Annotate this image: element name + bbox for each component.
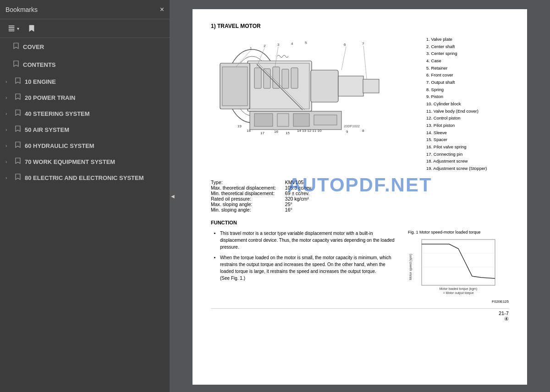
bookmark-view-button[interactable] [25,23,38,34]
part-17: 17. Connecting pin [426,151,509,158]
chart-title: Fig. 1 Motor speed-motor loaded torque [408,230,509,234]
function-bullet-2: When the torque loaded on the motor is s… [220,254,399,282]
bookmark-hydraulic[interactable]: › 60 HYDRAULIC SYSTEM [0,138,170,154]
part-11: 11. Valve body (End cover) [426,108,509,115]
section-title: 1) TRAVEL MOTOR [211,23,509,29]
svg-rect-17 [254,68,261,88]
part-16: 16. Pilot valve spring [426,143,509,151]
svg-text:3: 3 [277,43,280,47]
toolbar-row: ▾ [0,19,170,38]
svg-rect-22 [311,70,338,102]
svg-text:20DF1022: 20DF1022 [344,124,360,128]
page-content: AUTOPDF.NET 1) TRAVEL MOTOR 1 2 3 [192,9,527,385]
chevron-right-icon-7: › [6,175,12,180]
svg-rect-24 [363,79,379,93]
bookmark-flag-icon [13,43,20,51]
bookmark-flag-icon-8 [15,158,22,166]
bookmark-flag-icon-9 [15,174,22,182]
bookmark-steering[interactable]: › 40 STEERING SYSTEM [0,106,170,122]
expand-icon [8,24,16,33]
svg-text:16: 16 [274,130,278,134]
function-list: This travel motor is a sector type varia… [211,230,399,282]
part-1: 1. Valve plate [426,36,509,43]
spec-max-angle-value: 25° [285,201,312,207]
bookmark-power-train[interactable]: › 20 POWER TRAIN [0,90,170,106]
part-4: 4. Case [426,57,509,65]
sidebar-title: Bookmarks [6,6,38,13]
chevron-right-icon-3: › [6,111,12,116]
chevron-right-icon-5: › [6,143,12,148]
svg-rect-48 [422,240,495,285]
document-panel: AUTOPDF.NET 1) TRAVEL MOTOR 1 2 3 [170,0,550,392]
bookmark-work-equipment[interactable]: › 70 WORK EQUIPMENT SYSTEM [0,154,170,170]
sidebar-collapse-button[interactable]: ◀ [170,190,176,202]
bookmark-flag-icon-7 [15,142,22,150]
svg-text:2: 2 [264,44,266,48]
part-19: 19. Adjustment screw (Stopper) [426,165,509,172]
svg-text:8: 8 [362,129,364,133]
svg-rect-31 [314,115,337,125]
svg-rect-26 [222,67,248,106]
svg-text:Motor speed (rpm): Motor speed (rpm) [409,254,412,280]
part-9: 9. Piston [426,93,509,100]
function-text: This travel motor is a sector type varia… [211,230,399,304]
part-10: 10. Cylinder block [426,100,509,108]
page-container[interactable]: AUTOPDF.NET 1) TRAVEL MOTOR 1 2 3 [170,0,550,392]
svg-text:18: 18 [247,129,251,133]
spec-rated-press-label: Rated oil pressure: [211,196,285,201]
svg-text:17: 17 [260,131,264,135]
chevron-right-icon-4: › [6,127,12,132]
spec-type-label: Type: [211,180,285,185]
bookmark-engine[interactable]: › 10 ENGINE [0,74,170,90]
bookmark-contents[interactable]: CONTENTS [0,56,170,74]
page-number: 21-7 ④ [211,308,509,322]
chart-area: Fig. 1 Motor speed-motor loaded torque M… [408,230,509,304]
svg-rect-21 [291,68,298,88]
spec-min-angle-label: Min. sloping angle: [211,207,285,212]
spec-max-angle-label: Max. sloping angle: [211,201,285,207]
spec-min-disp-label: Min. theoretical displacement: [211,191,285,196]
spec-min-angle-value: 16° [285,207,312,212]
bookmark-cover[interactable]: COVER [0,38,170,56]
diagram-section: 1 2 3 4 5 6 7 [211,36,509,172]
part-6: 6. Front cover [426,71,509,79]
bookmark-flag-icon-6 [15,125,22,134]
svg-rect-30 [293,114,309,126]
svg-rect-1 [9,27,15,28]
bookmark-flag-icon-3 [15,77,22,86]
svg-text:5: 5 [305,41,307,45]
bookmark-steering-label: 40 STEERING SYSTEM [25,110,90,117]
speed-torque-chart: Motor speed (rpm) Motor loaded torqu [408,237,500,297]
expand-all-button[interactable]: ▾ [6,23,22,34]
part-3: 3. Center spring [426,50,509,57]
function-section: FUNCTION This travel motor is a sector t… [211,220,509,304]
svg-text:4: 4 [291,42,293,46]
travel-motor-diagram: 1 2 3 4 5 6 7 [211,36,385,136]
bookmark-list: COVER CONTENTS › 10 ENGINE › [0,38,170,392]
bottom-content: This travel motor is a sector type varia… [211,230,509,304]
bookmark-air[interactable]: › 50 AIR SYSTEM [0,122,170,138]
function-bullet-1: This travel motor is a sector type varia… [220,230,399,250]
chevron-right-icon: › [6,79,12,84]
svg-text:14 13 12 11 10: 14 13 12 11 10 [297,129,322,133]
svg-text:Motor loaded torque (kgm): Motor loaded torque (kgm) [440,287,477,291]
part-12: 12. Control piston [426,114,509,122]
sidebar: Bookmarks × ▾ COVER [0,0,170,392]
bookmark-electric-label: 80 ELECTRIC AND ELECTRONIC SYSTEM [25,174,144,181]
part-13: 13. Pilot piston [426,122,509,129]
bookmark-electric[interactable]: › 80 ELECTRIC AND ELECTRONIC SYSTEM [0,170,170,186]
svg-rect-3 [9,31,15,32]
svg-rect-19 [273,67,280,88]
page-sub-text: ④ [504,316,509,321]
spec-max-disp-label: Max. theoretical displacement: [211,185,285,191]
close-button[interactable]: × [160,5,164,14]
svg-text:19: 19 [237,124,242,128]
svg-text:15: 15 [286,131,290,135]
bookmark-contents-label: CONTENTS [23,61,56,68]
parts-legend: 1. Valve plate 2. Center shaft 3. Center… [426,36,509,172]
function-title: FUNCTION [211,220,509,225]
svg-text:9: 9 [346,130,348,134]
watermark: AUTOPDF.NET [287,174,432,196]
svg-rect-28 [254,114,273,126]
part-14: 14. Sleeve [426,129,509,136]
